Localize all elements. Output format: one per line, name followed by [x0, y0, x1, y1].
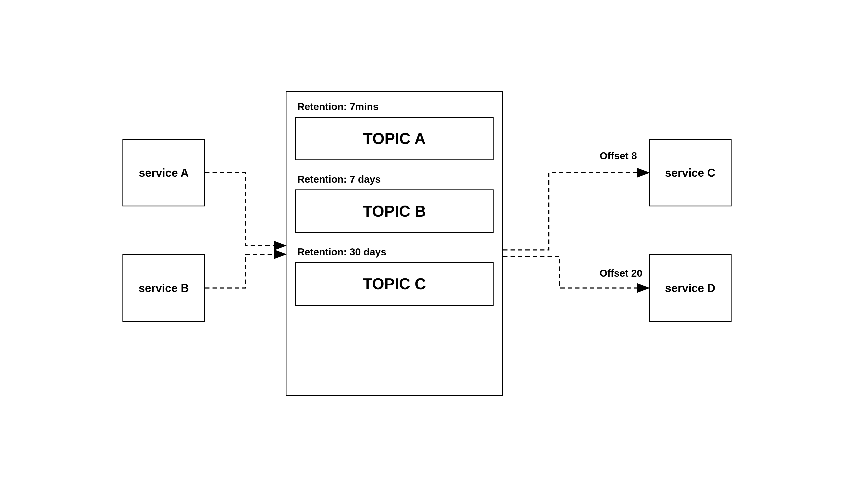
topic-b-label: TOPIC B	[363, 202, 426, 220]
topic-c-retention: Retention: 30 days	[295, 246, 494, 258]
topic-c-label: TOPIC C	[363, 275, 426, 293]
service-d-label: service D	[665, 282, 715, 294]
topic-a-box: TOPIC A	[295, 117, 494, 160]
arrow-service-b-to-topic-b	[205, 254, 286, 288]
topic-c-section: Retention: 30 days TOPIC C	[295, 246, 494, 306]
offset-20-label: Offset 20	[599, 267, 642, 279]
diagram-container: service A service B Retention: 7mins TOP…	[0, 0, 854, 504]
service-c-box: service C	[649, 139, 731, 206]
service-d-box: service D	[649, 254, 731, 322]
topic-a-label: TOPIC A	[363, 130, 426, 147]
arrow-topic-b-to-service-c	[503, 173, 649, 250]
service-b-label: service B	[139, 282, 189, 294]
topic-b-box: TOPIC B	[295, 190, 494, 233]
topic-b-retention: Retention: 7 days	[295, 173, 494, 185]
service-b-box: service B	[123, 254, 205, 322]
topic-c-box: TOPIC C	[295, 262, 494, 306]
topic-a-section: Retention: 7mins TOPIC A	[295, 101, 494, 160]
service-c-label: service C	[665, 166, 715, 179]
service-a-box: service A	[123, 139, 205, 206]
topic-b-section: Retention: 7 days TOPIC B	[295, 173, 494, 233]
diagram-inner: service A service B Retention: 7mins TOP…	[123, 78, 731, 426]
broker-box: Retention: 7mins TOPIC A Retention: 7 da…	[286, 91, 503, 396]
offset-8-label: Offset 8	[600, 150, 637, 162]
service-a-label: service A	[139, 166, 188, 179]
topic-a-retention: Retention: 7mins	[295, 101, 494, 112]
arrow-service-a-to-topic-b	[205, 173, 286, 246]
